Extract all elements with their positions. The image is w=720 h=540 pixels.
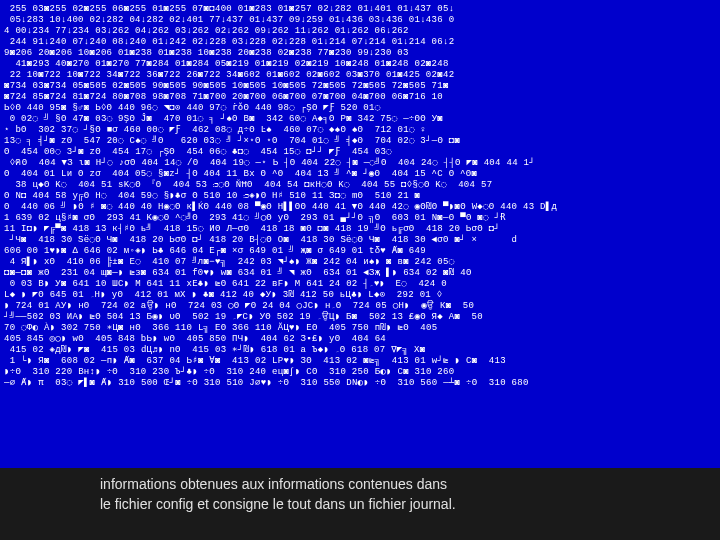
caption-text: informations obtenues aux informations c… [0, 468, 720, 514]
hex-dump-block: 255 03◙255 02◙255 06◙255 01◙255 07◙◘400 … [0, 0, 720, 468]
caption-line-2: le fichier config et consigne le tout da… [100, 496, 456, 512]
caption-line-1: informations obtenues aux informations c… [100, 476, 447, 492]
